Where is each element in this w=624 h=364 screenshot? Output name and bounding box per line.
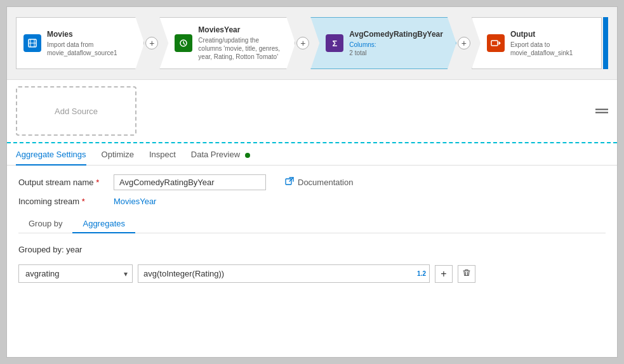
trash-icon (462, 268, 471, 280)
tabs-bar: Aggregate Settings Optimize Inspect Data… (7, 143, 617, 166)
avgcomedy-icon: Σ (325, 34, 344, 53)
tab-optimize[interactable]: Optimize (102, 143, 134, 166)
pipeline-node-output: Output Export data to movie_dataflow_sin… (472, 17, 602, 69)
moviesyear-desc: Creating/updating the columns 'movie, ti… (198, 36, 282, 61)
moviesyear-icon (174, 34, 193, 53)
add-source-label: Add Source (55, 107, 98, 116)
moviesyear-title: MoviesYear (198, 25, 282, 34)
type-badge: 1.2 (417, 270, 426, 277)
column-select[interactable]: avgrating (18, 264, 133, 283)
panel-body: Output stream name * Documentation (7, 166, 617, 292)
bottom-panel: Aggregate Settings Optimize Inspect Data… (7, 143, 617, 357)
expression-wrapper: 1.2 (138, 264, 430, 283)
plus-icon: + (441, 268, 446, 280)
sub-tab-group-by[interactable]: Group by (18, 215, 72, 233)
output-desc: Export data to movie_dataflow_sink1 (510, 41, 595, 57)
output-title: Output (510, 30, 595, 39)
pipeline-node-movies: Movies Import data from movie_dataflow_s… (16, 17, 159, 69)
active-bar (603, 17, 608, 69)
pipeline-area: Movies Import data from movie_dataflow_s… (7, 7, 617, 80)
resize-handle[interactable] (595, 109, 608, 114)
sub-tabs: Group by Aggregates (18, 215, 606, 233)
avgcomedy-title: AvgComedyRatingByYear (349, 30, 443, 39)
aggregates-row: avgrating 1.2 + (18, 264, 606, 283)
movies-title: Movies (47, 30, 131, 39)
node-moviesyear[interactable]: MoviesYear Creating/updating the columns… (159, 17, 295, 69)
avgcomedy-desc-value: 2 total (349, 49, 438, 57)
doc-link[interactable]: Documentation (285, 177, 353, 188)
movies-desc: Import data from movie_dataflow_source1 (47, 41, 131, 57)
required-star-incoming: * (82, 197, 85, 206)
doc-label: Documentation (298, 178, 353, 187)
tab-aggregate-settings[interactable]: Aggregate Settings (16, 143, 86, 166)
pipeline-node-avgcomedy: Σ AvgComedyRatingByYear Columns: 2 total… (310, 17, 472, 69)
tab-inspect[interactable]: Inspect (149, 143, 176, 166)
data-preview-dot (245, 153, 250, 158)
main-container: Movies Import data from movie_dataflow_s… (6, 6, 618, 358)
required-star-output: * (96, 178, 99, 187)
add-source-box[interactable]: Add Source (16, 86, 136, 136)
grouped-by-label: Grouped by: year (18, 245, 606, 254)
delete-aggregate-button[interactable] (458, 265, 475, 283)
add-after-avgcomedy[interactable]: + (458, 37, 470, 49)
expression-input[interactable] (138, 264, 430, 283)
output-stream-label: Output stream name * (18, 178, 107, 187)
svg-rect-3 (286, 179, 291, 185)
movies-icon (23, 34, 42, 53)
canvas-area: Add Source (7, 80, 617, 143)
node-avgcomedy[interactable]: Σ AvgComedyRatingByYear Columns: 2 total (310, 17, 456, 69)
add-aggregate-button[interactable]: + (435, 265, 453, 283)
node-movies[interactable]: Movies Import data from movie_dataflow_s… (16, 17, 144, 69)
incoming-stream-value[interactable]: MoviesYear (114, 197, 156, 206)
avgcomedy-desc-label: Columns: (349, 41, 438, 49)
column-select-wrapper: avgrating (18, 264, 133, 283)
add-after-moviesyear[interactable]: + (296, 37, 309, 49)
add-after-movies[interactable]: + (145, 37, 158, 49)
svg-rect-2 (491, 41, 498, 46)
node-output[interactable]: Output Export data to movie_dataflow_sin… (472, 17, 602, 69)
tab-data-preview[interactable]: Data Preview (191, 143, 250, 166)
external-link-icon (285, 177, 294, 188)
output-stream-input[interactable] (114, 174, 266, 190)
pipeline-node-moviesyear: MoviesYear Creating/updating the columns… (159, 17, 310, 69)
incoming-stream-label: Incoming stream * (18, 197, 107, 206)
sub-tab-aggregates[interactable]: Aggregates (72, 215, 135, 233)
incoming-stream-row: Incoming stream * MoviesYear (18, 197, 606, 206)
output-stream-row: Output stream name * Documentation (18, 174, 606, 190)
output-icon (486, 34, 505, 53)
